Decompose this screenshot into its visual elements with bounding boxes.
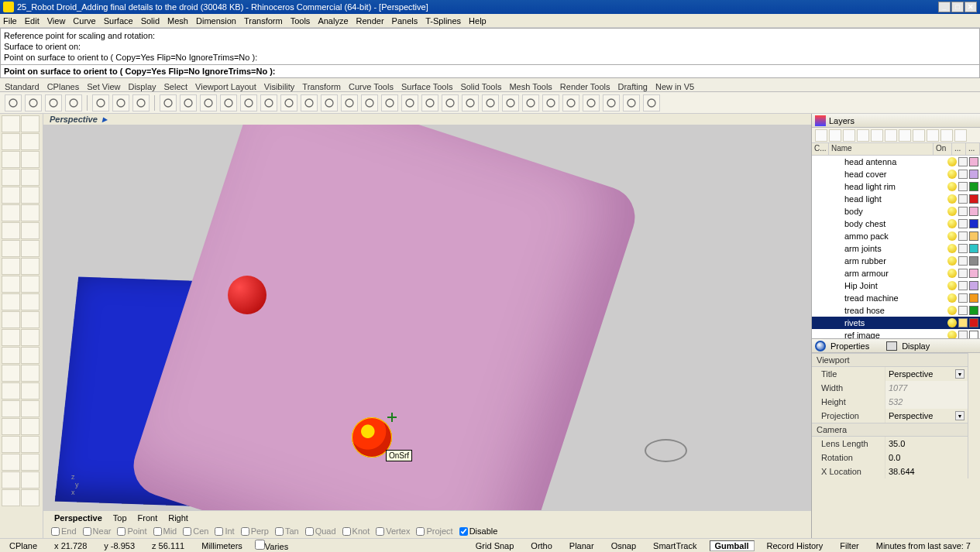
side-tool-28[interactable] (2, 365, 20, 382)
side-tool-1[interactable] (21, 115, 40, 132)
osnap-cen-check[interactable] (183, 527, 191, 536)
side-tool-16[interactable] (2, 258, 20, 275)
redo-button[interactable] (180, 94, 197, 111)
layer-row[interactable]: arm rubber (812, 255, 980, 267)
layer-row[interactable]: tread machine (812, 292, 980, 304)
lock-icon[interactable] (958, 244, 968, 253)
layer-col[interactable]: ... (952, 143, 966, 155)
osnap-perp[interactable]: Perp (241, 526, 269, 536)
sphere1-button[interactable] (542, 94, 559, 111)
osnap-perp-check[interactable] (241, 527, 249, 536)
bulb-icon[interactable] (947, 182, 957, 191)
sphere2-button[interactable] (562, 94, 579, 111)
osnap-knot[interactable]: Knot (342, 526, 370, 536)
lock-icon[interactable] (958, 182, 968, 191)
side-tool-12[interactable] (2, 222, 20, 239)
bulb-icon[interactable] (947, 256, 957, 266)
layer-row[interactable]: tread hose (812, 304, 980, 317)
side-tool-37[interactable] (21, 436, 40, 453)
osnap-disable[interactable]: Disable (459, 526, 498, 536)
bulb-icon[interactable] (947, 269, 957, 278)
osnap-near-check[interactable] (83, 527, 91, 536)
toolbar-tab[interactable]: Select (164, 82, 188, 91)
color-swatch[interactable] (969, 269, 978, 278)
wireframe-button[interactable] (522, 94, 539, 111)
color-swatch[interactable] (969, 219, 978, 228)
osnap-near[interactable]: Near (83, 526, 112, 536)
side-tool-35[interactable] (21, 418, 40, 435)
viewport-menu-arrow-icon[interactable]: ▶ (102, 116, 107, 123)
toolbar-tab[interactable]: CPlanes (47, 82, 80, 91)
zoom-in-button[interactable] (240, 94, 257, 111)
bulb-icon[interactable] (947, 194, 957, 204)
color-swatch[interactable] (969, 281, 978, 290)
side-tool-33[interactable] (21, 400, 40, 417)
layer-tool-1[interactable] (829, 129, 841, 142)
options-button[interactable] (421, 94, 438, 111)
side-tool-36[interactable] (2, 436, 20, 453)
side-tool-34[interactable] (2, 418, 20, 435)
side-tool-2[interactable] (2, 133, 20, 150)
color-swatch[interactable] (969, 207, 978, 216)
status-varies[interactable]: Varies (255, 540, 288, 551)
view-tab-perspective[interactable]: Perspective (54, 513, 102, 523)
layer-col[interactable]: ... (966, 143, 980, 155)
lock-icon[interactable] (958, 231, 968, 241)
color-swatch[interactable] (969, 244, 978, 253)
layer-row[interactable]: arm joints (812, 242, 980, 255)
side-tool-6[interactable] (2, 169, 20, 186)
cut-button[interactable] (92, 94, 109, 111)
side-tool-11[interactable] (21, 204, 40, 221)
side-tool-41[interactable] (21, 471, 40, 489)
osnap-project-check[interactable] (416, 527, 425, 536)
bulb-icon[interactable] (947, 293, 957, 303)
menu-help[interactable]: Help (469, 16, 487, 26)
layer-col[interactable]: C... (812, 143, 829, 155)
toolbar-tab[interactable]: Curve Tools (349, 82, 394, 91)
properties-scrollbar[interactable] (968, 353, 980, 478)
toolbar-tab[interactable]: Display (128, 82, 156, 91)
view-tab-right[interactable]: Right (168, 513, 188, 523)
side-tool-22[interactable] (2, 311, 20, 328)
side-tool-32[interactable] (2, 400, 20, 417)
lock-icon[interactable] (958, 256, 968, 266)
toolbar-tab[interactable]: Render Tools (560, 82, 610, 91)
layer-tool-3[interactable] (857, 129, 869, 142)
new-button[interactable] (5, 94, 22, 111)
layer-tool-9[interactable] (940, 129, 953, 142)
bulb-icon[interactable] (947, 219, 957, 228)
snap-button[interactable] (401, 94, 418, 111)
toolbar-tab[interactable]: Set View (87, 82, 120, 91)
cplane-button[interactable] (381, 94, 398, 111)
osnap-vertex-check[interactable] (376, 527, 384, 536)
layer-row[interactable]: body (812, 205, 980, 218)
save-button[interactable] (45, 94, 62, 111)
layer-row[interactable]: rivets (812, 317, 980, 329)
side-tool-15[interactable] (21, 240, 40, 257)
layer-row[interactable]: head light rim (812, 180, 980, 193)
toolbar-tab[interactable]: Visibility (264, 82, 295, 91)
menu-surface[interactable]: Surface (104, 16, 133, 26)
menu-dimension[interactable]: Dimension (196, 16, 236, 26)
side-tool-13[interactable] (21, 222, 40, 239)
status-pane-ortho[interactable]: Ortho (526, 541, 557, 550)
osnap-tan-check[interactable] (275, 527, 284, 536)
gear-button[interactable] (623, 94, 640, 111)
osnap-point-check[interactable] (117, 527, 126, 536)
toolbar-tab[interactable]: Viewport Layout (195, 82, 256, 91)
copy-button[interactable] (112, 94, 129, 111)
status-pane-osnap[interactable]: Osnap (607, 541, 641, 550)
osnap-quad[interactable]: Quad (305, 526, 336, 536)
menu-solid[interactable]: Solid (141, 16, 160, 26)
color-swatch[interactable] (969, 306, 978, 315)
zoom-target-button[interactable] (341, 94, 358, 111)
viewport-canvas[interactable]: OnSrf z yx (43, 125, 811, 510)
osnap-tan[interactable]: Tan (275, 526, 299, 536)
layer-row[interactable]: Hip Joint (812, 279, 980, 292)
zoom-sel-button[interactable] (321, 94, 338, 111)
osnap-quad-check[interactable] (305, 527, 314, 536)
display-tab[interactable]: Display (902, 341, 930, 351)
bulb-icon[interactable] (947, 170, 957, 179)
info-button[interactable] (643, 94, 660, 111)
layer-row[interactable]: arm armour (812, 267, 980, 279)
